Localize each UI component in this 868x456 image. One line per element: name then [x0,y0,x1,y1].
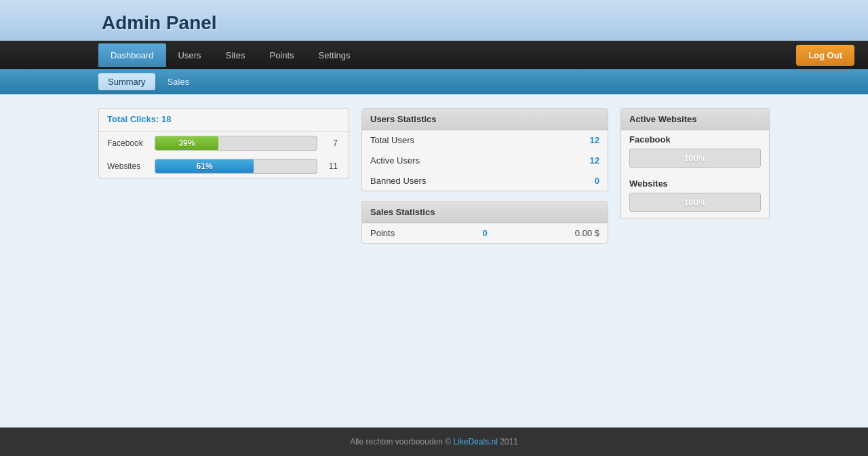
website-websites-label: Websites [621,174,769,191]
footer-link[interactable]: LikeDeals.nl [453,437,497,446]
website-websites-bar-wrap: 100% [629,193,761,212]
points-right: 0.00 $ [575,228,599,238]
facebook-bar: 39% [155,136,218,150]
total-users-row: Total Users 12 [362,130,608,151]
websites-panel: Active Websites Facebook 100% Websites 1… [620,108,770,219]
footer-text-before: Alle rechten voorbeouden © [350,437,453,446]
nav-item-settings[interactable]: Settings [307,43,363,67]
sales-panel: Sales Statistics Points 0 0.00 $ [361,201,608,244]
total-users-label: Total Users [370,135,414,145]
active-users-row: Active Users 12 [362,151,608,171]
websites-count: 11 [324,162,338,171]
sub-nav-item-sales[interactable]: Sales [158,73,199,90]
logout-button[interactable]: Log Out [796,45,854,66]
website-websites-bar: 100% [630,193,760,211]
points-row: Points 0 0.00 $ [362,223,608,243]
nav-item-sites[interactable]: Sites [214,43,258,67]
facebook-label: Facebook [107,138,148,148]
website-facebook-label: Facebook [621,130,769,147]
websites-bar: 61% [155,159,254,173]
sales-panel-header: Sales Statistics [362,202,608,223]
nav-item-users[interactable]: Users [166,43,214,67]
users-panel: Users Statistics Total Users 12 Active U… [361,108,608,191]
panels-row: Total Clicks: 18 Facebook 39% 7 Websites… [98,108,770,244]
banned-users-row: Banned Users 0 [362,171,608,191]
websites-body: Facebook 100% Websites 100% [621,130,769,212]
footer-text-after: 2011 [498,437,518,446]
clicks-panel: Total Clicks: 18 Facebook 39% 7 Websites… [98,108,349,178]
users-panel-header: Users Statistics [362,109,608,130]
banned-users-label: Banned Users [370,176,426,186]
facebook-count: 7 [324,138,338,148]
sub-nav-item-summary[interactable]: Summary [98,73,155,90]
points-mid: 0 [482,228,487,238]
sales-body: Points 0 0.00 $ [362,223,608,243]
banned-users-value: 0 [595,176,599,186]
total-users-value: 12 [590,135,599,145]
content-area: Total Clicks: 18 Facebook 39% 7 Websites… [0,94,868,428]
website-facebook-bar-wrap: 100% [629,149,761,168]
websites-bar-wrap: 61% [155,159,317,174]
active-users-label: Active Users [370,155,420,166]
footer: Alle rechten voorbeouden © LikeDeals.nl … [0,428,868,456]
nav-item-points[interactable]: Points [257,43,306,67]
points-label: Points [370,228,395,238]
websites-panel-header: Active Websites [621,109,769,130]
sub-nav: Summary Sales [0,69,868,94]
header: Admin Panel [0,0,868,41]
websites-label: Websites [107,162,148,171]
page-title: Admin Panel [102,12,217,33]
clicks-title: Total Clicks: 18 [99,109,349,132]
facebook-row: Facebook 39% 7 [99,132,349,155]
active-users-value: 12 [590,155,599,166]
clicks-total: 18 [161,114,171,124]
websites-row: Websites 61% 11 [99,155,349,178]
clicks-label: Total Clicks: [107,114,159,124]
users-stats-body: Total Users 12 Active Users 12 Banned Us… [362,130,608,191]
main-nav: Dashboard Users Sites Points Settings Lo… [0,41,868,69]
nav-item-dashboard[interactable]: Dashboard [98,43,166,67]
website-facebook-bar: 100% [630,149,760,167]
facebook-bar-wrap: 39% [155,136,317,151]
